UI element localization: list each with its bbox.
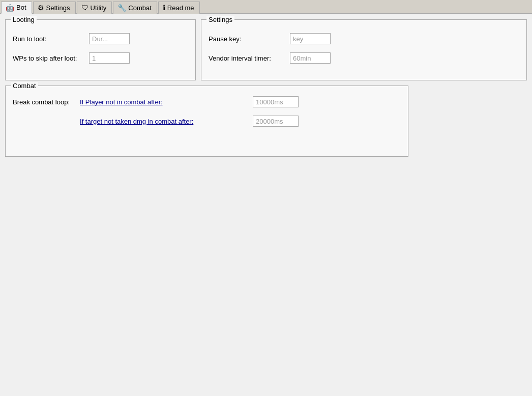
- readme-icon: ℹ: [163, 4, 165, 11]
- settings-icon: ⚙: [38, 4, 44, 11]
- tab-readme-label: Read me: [167, 4, 194, 12]
- tab-bot[interactable]: 🤖 Bot: [1, 2, 32, 14]
- pause-key-label: Pause key:: [209, 35, 290, 43]
- bot-icon: 🤖: [6, 4, 14, 11]
- looting-title: Looting: [11, 16, 37, 23]
- target-no-dmg-link[interactable]: If target not taken dmg in combat after:: [80, 118, 243, 125]
- target-no-dmg-input[interactable]: [253, 116, 299, 127]
- settings-title: Settings: [206, 16, 234, 23]
- vendor-interval-input[interactable]: [290, 52, 331, 64]
- run-to-loot-label: Run to loot:: [13, 35, 89, 43]
- tab-bot-label: Bot: [16, 4, 26, 11]
- pause-key-input[interactable]: [290, 33, 331, 44]
- vendor-interval-row: Vendor interval timer:: [209, 52, 519, 64]
- wps-to-skip-row: WPs to skip after loot:: [13, 52, 188, 64]
- tab-settings[interactable]: ⚙ Settings: [33, 2, 76, 14]
- looting-group: Looting Run to loot: WPs to skip after l…: [5, 19, 196, 80]
- tab-utility-label: Utility: [91, 4, 107, 12]
- top-row: Looting Run to loot: WPs to skip after l…: [5, 19, 527, 80]
- target-no-dmg-row: If target not taken dmg in combat after:: [80, 116, 401, 127]
- player-not-in-combat-input[interactable]: [253, 96, 299, 107]
- tab-readme[interactable]: ℹ Read me: [158, 2, 200, 14]
- wps-to-skip-input[interactable]: [89, 52, 130, 64]
- combat-title: Combat: [11, 82, 38, 90]
- pause-key-row: Pause key:: [209, 33, 519, 44]
- run-to-loot-input[interactable]: [89, 33, 130, 44]
- tab-combat-label: Combat: [128, 4, 152, 12]
- combat-rows: If Player not in combat after: If target…: [80, 96, 401, 127]
- run-to-loot-row: Run to loot:: [13, 33, 188, 44]
- tab-combat[interactable]: 🔧 Combat: [113, 2, 157, 14]
- tab-bar: 🤖 Bot ⚙ Settings 🛡 Utility 🔧 Combat ℹ Re…: [0, 0, 532, 14]
- wps-to-skip-label: WPs to skip after loot:: [13, 54, 89, 62]
- player-not-in-combat-row: If Player not in combat after:: [80, 96, 401, 107]
- break-combat-label: Break combat loop:: [13, 98, 70, 106]
- combat-group: Combat Break combat loop: If Player not …: [5, 86, 408, 157]
- tab-settings-label: Settings: [46, 4, 70, 12]
- tab-utility[interactable]: 🛡 Utility: [77, 2, 112, 14]
- combat-content: Break combat loop: If Player not in comb…: [13, 96, 401, 127]
- settings-group: Settings Pause key: Vendor interval time…: [201, 19, 527, 80]
- vendor-interval-label: Vendor interval timer:: [209, 54, 290, 62]
- main-content: Looting Run to loot: WPs to skip after l…: [0, 14, 532, 162]
- player-not-in-combat-link[interactable]: If Player not in combat after:: [80, 98, 243, 106]
- combat-icon: 🔧: [117, 4, 126, 11]
- utility-icon: 🛡: [81, 4, 88, 11]
